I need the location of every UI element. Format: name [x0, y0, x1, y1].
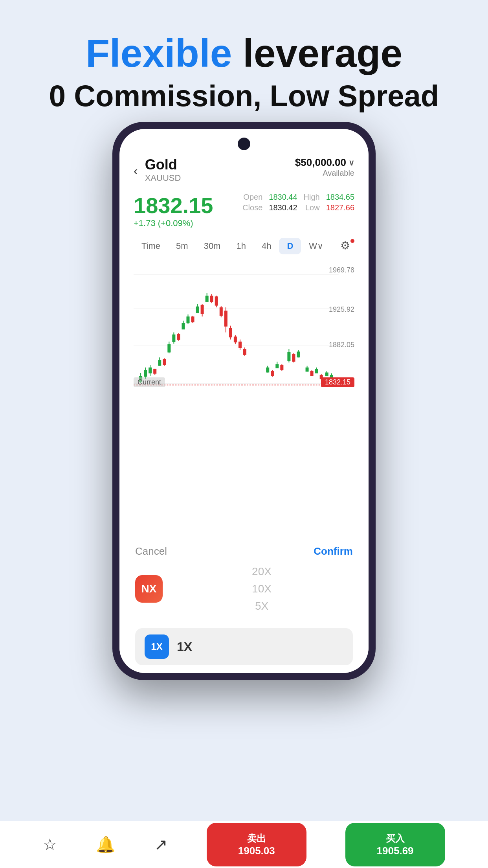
leverage-picker: NX 20X 10X 5X: [119, 561, 369, 628]
chart-price-mid: 1925.92: [329, 305, 354, 314]
leverage-5x[interactable]: 5X: [255, 600, 268, 612]
svg-rect-28: [191, 316, 194, 322]
header-section: Flexible leverage 0 Commission, Low Spre…: [0, 0, 488, 136]
time-btn-4h[interactable]: 4h: [254, 238, 279, 254]
high-value: 1834.65: [326, 193, 354, 202]
share-icon[interactable]: ↗: [154, 835, 168, 853]
svg-rect-62: [292, 354, 295, 362]
buy-price: 1905.69: [377, 845, 414, 857]
settings-dot: [350, 239, 354, 243]
balance-section[interactable]: $50,000.00 ∨ Available: [295, 156, 354, 178]
leverage-10x[interactable]: 10X: [252, 583, 272, 595]
chart-price-top: 1969.78: [329, 266, 354, 274]
svg-rect-56: [275, 364, 279, 368]
svg-rect-46: [234, 337, 237, 342]
svg-rect-34: [205, 296, 209, 302]
buy-button[interactable]: 买入 1905.69: [345, 823, 445, 866]
sell-price: 1905.03: [238, 845, 275, 857]
back-button[interactable]: ‹: [134, 162, 138, 178]
coin-symbol: XAUUSD: [145, 173, 181, 183]
camera-notch: [238, 138, 250, 150]
low-label: Low: [304, 203, 320, 212]
current-price-tag: 1832.15: [321, 377, 354, 387]
nx-logo: NX: [135, 575, 163, 603]
svg-rect-30: [196, 307, 199, 313]
settings-button[interactable]: ⚙: [340, 239, 354, 253]
chart-price-low: 1882.05: [329, 341, 354, 349]
time-btn-d[interactable]: D: [279, 238, 301, 254]
sheet-header: Cancel Confirm: [119, 533, 369, 561]
price-left: 1832.15 +1.73 (+0.09%): [134, 193, 213, 228]
chevron-down-icon: ∨: [349, 158, 354, 167]
close-label: Close: [242, 203, 262, 212]
svg-rect-64: [297, 351, 300, 357]
coin-name: Gold: [145, 156, 181, 173]
chart-area: 1969.78 1925.92 1882.05: [134, 262, 354, 396]
outer-bottom-bar: ☆ 🔔 ↗ 卖出 1905.03 买入 1905.69: [0, 821, 488, 868]
leverage-20x[interactable]: 20X: [252, 565, 272, 578]
svg-rect-70: [315, 369, 318, 373]
phone-shell: ‹ Gold XAUUSD $50,000.00 ∨ Available: [112, 122, 376, 680]
time-btn-time[interactable]: Time: [134, 238, 168, 254]
svg-rect-26: [186, 316, 189, 323]
time-selector: Time 5m 30m 1h 4h D W∨ ⚙: [134, 238, 354, 254]
svg-rect-36: [210, 296, 213, 302]
svg-rect-48: [238, 342, 242, 348]
price-change: +1.73 (+0.09%): [134, 218, 213, 228]
high-label: High: [304, 193, 320, 202]
svg-rect-38: [215, 296, 218, 305]
svg-rect-40: [220, 307, 223, 316]
svg-rect-58: [280, 365, 283, 370]
phone-mockup: ‹ Gold XAUUSD $50,000.00 ∨ Available: [112, 122, 376, 680]
cancel-button[interactable]: Cancel: [135, 545, 167, 557]
svg-rect-24: [182, 323, 185, 329]
header-title-blue: Flexible: [86, 31, 232, 75]
bottom-sheet: Cancel Confirm NX 20X 10X 5X: [119, 533, 369, 673]
phone-screen: ‹ Gold XAUUSD $50,000.00 ∨ Available: [119, 129, 369, 673]
time-btn-w[interactable]: W∨: [301, 238, 331, 254]
available-label: Available: [295, 169, 354, 178]
svg-rect-22: [177, 334, 180, 340]
svg-rect-68: [310, 371, 314, 376]
open-label: Open: [242, 193, 262, 202]
ohlc-grid: Open 1830.44 High 1834.65 Close 1830.42 …: [242, 193, 354, 212]
svg-rect-52: [266, 368, 269, 373]
bell-icon[interactable]: 🔔: [96, 835, 116, 854]
coin-info: Gold XAUUSD: [145, 156, 181, 183]
top-bar-left: ‹ Gold XAUUSD: [134, 156, 181, 183]
svg-rect-54: [271, 371, 274, 376]
candlestick-chart: [134, 262, 354, 396]
time-btn-30m[interactable]: 30m: [196, 238, 229, 254]
svg-rect-14: [158, 360, 161, 366]
close-value: 1830.42: [269, 203, 297, 212]
svg-rect-32: [201, 305, 204, 314]
balance-amount: $50,000.00 ∨: [295, 156, 354, 169]
confirm-button[interactable]: Confirm: [314, 545, 353, 557]
svg-rect-16: [163, 359, 166, 365]
svg-rect-66: [306, 368, 309, 372]
star-icon[interactable]: ☆: [43, 835, 57, 853]
current-label: Current: [134, 377, 165, 387]
svg-rect-42: [224, 311, 227, 326]
app-content: ‹ Gold XAUUSD $50,000.00 ∨ Available: [119, 129, 369, 673]
sell-button[interactable]: 卖出 1905.03: [207, 823, 306, 866]
price-section: 1832.15 +1.73 (+0.09%) Open 1830.44 High…: [134, 193, 354, 228]
header-subtitle: 0 Commission, Low Spread: [0, 79, 488, 113]
svg-rect-20: [172, 335, 175, 342]
selected-leverage-row[interactable]: 1X 1X: [135, 628, 353, 665]
leverage-scroll: 20X 10X 5X: [171, 561, 353, 616]
buy-label: 买入: [377, 832, 414, 845]
svg-rect-8: [144, 370, 147, 377]
svg-rect-10: [149, 368, 152, 373]
low-value: 1827.66: [326, 203, 354, 212]
sell-label: 卖出: [238, 832, 275, 845]
header-title: Flexible leverage: [0, 31, 488, 75]
svg-rect-44: [229, 328, 232, 337]
open-value: 1830.44: [269, 193, 297, 202]
time-btn-1h[interactable]: 1h: [228, 238, 253, 254]
svg-rect-12: [153, 369, 156, 374]
blue-logo: 1X: [145, 634, 169, 659]
selected-leverage-value: 1X: [177, 640, 192, 654]
time-btn-5m[interactable]: 5m: [168, 238, 196, 254]
header-title-black: leverage: [232, 31, 402, 75]
